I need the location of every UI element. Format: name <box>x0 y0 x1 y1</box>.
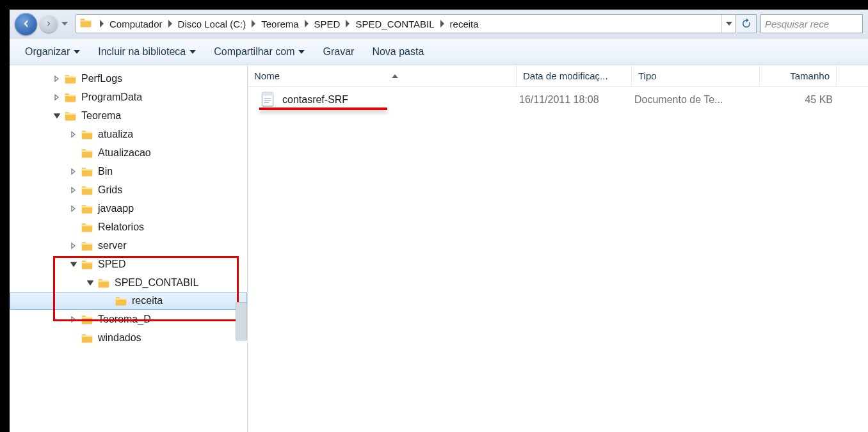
file-row[interactable]: contasref-SRF 16/11/2011 18:08 Documento… <box>248 87 868 113</box>
search-input[interactable]: Pesquisar rece <box>760 14 863 33</box>
explorer-body: PerfLogsProgramDataTeoremaatualizaAtuali… <box>10 65 868 432</box>
breadcrumb[interactable]: Disco Local (C:) <box>175 15 249 33</box>
tree-item[interactable]: Atualizacao <box>10 143 247 162</box>
chevron-right-icon[interactable] <box>342 20 353 28</box>
new-folder-button[interactable]: Nova pasta <box>363 42 433 61</box>
tree-item-label: Relatorios <box>98 221 144 233</box>
tree-item-label: server <box>98 240 126 252</box>
breadcrumb-label: Disco Local (C:) <box>175 19 249 29</box>
file-size: 45 KB <box>805 94 833 105</box>
include-library-button[interactable]: Incluir na biblioteca <box>89 42 205 61</box>
tree-item[interactable]: server <box>10 236 247 255</box>
breadcrumb-label: SPED <box>312 19 343 29</box>
column-headers: Nome Data de modificaç... Tipo Tamanho <box>248 65 868 87</box>
folder-icon <box>80 221 94 234</box>
nav-row: Computador Disco Local (C:) Teorema SPED… <box>10 10 868 38</box>
tree-scrollbar[interactable] <box>236 302 247 340</box>
tree-item[interactable]: Grids <box>10 180 247 199</box>
tree-item[interactable]: ProgramData <box>10 88 247 106</box>
expand-icon[interactable] <box>52 74 62 84</box>
expand-icon[interactable] <box>68 185 79 195</box>
expand-icon[interactable] <box>52 92 62 102</box>
breadcrumb-label: SPED_CONTABIL <box>353 19 437 29</box>
folder-icon <box>80 239 94 252</box>
folder-icon <box>114 294 128 307</box>
folder-icon <box>63 109 77 122</box>
refresh-button[interactable] <box>736 14 757 33</box>
tree-item-label: Atualizacao <box>98 147 151 159</box>
expand-icon[interactable] <box>68 166 79 177</box>
folder-icon <box>79 16 94 31</box>
folder-icon <box>80 184 94 196</box>
folder-icon <box>80 128 94 141</box>
column-size[interactable]: Tamanho <box>760 65 837 86</box>
chevron-right-icon[interactable] <box>248 20 259 28</box>
tree-item-label: atualiza <box>98 129 133 140</box>
sort-ascending-icon <box>392 74 398 78</box>
address-dropdown[interactable] <box>721 15 735 33</box>
folder-icon <box>63 91 77 104</box>
expand-icon[interactable] <box>68 314 79 324</box>
file-name: contasref-SRF <box>282 94 348 105</box>
text-file-icon <box>259 91 277 109</box>
tree-item[interactable]: Bin <box>10 162 247 180</box>
tree-item[interactable]: Teorema_D <box>10 310 247 328</box>
chevron-down-icon <box>74 50 80 54</box>
tree-item[interactable]: SPED <box>10 255 247 273</box>
expand-icon[interactable] <box>68 241 79 251</box>
tree-item[interactable]: atualiza <box>10 125 247 143</box>
svg-rect-1 <box>262 92 273 95</box>
breadcrumb[interactable]: SPED_CONTABIL <box>353 15 437 33</box>
tree-item[interactable]: windados <box>10 328 247 347</box>
folder-icon <box>80 202 94 215</box>
address-bar[interactable]: Computador Disco Local (C:) Teorema SPED… <box>76 14 736 33</box>
tree-item-label: Bin <box>98 166 113 177</box>
tree-item-label: windados <box>98 332 141 344</box>
chevron-right-icon[interactable] <box>165 20 175 28</box>
tree-item-label: SPED_CONTABIL <box>115 277 198 289</box>
toolbar: Organizar Incluir na biblioteca Comparti… <box>10 38 868 65</box>
organize-button[interactable]: Organizar <box>16 42 89 61</box>
collapse-icon[interactable] <box>85 278 95 288</box>
breadcrumb-label: receita <box>447 19 481 29</box>
breadcrumb-label: Computador <box>107 19 165 29</box>
chevron-right-icon[interactable] <box>301 20 312 28</box>
collapse-icon[interactable] <box>68 259 79 269</box>
chevron-down-icon <box>298 50 305 54</box>
tree-item[interactable]: SPED_CONTABIL <box>10 273 247 292</box>
tree-item-label: Teorema <box>81 110 121 122</box>
annotation-underline <box>259 108 387 110</box>
tree-item[interactable]: Teorema <box>10 106 247 125</box>
expand-icon[interactable] <box>68 129 79 140</box>
folder-tree[interactable]: PerfLogsProgramDataTeoremaatualizaAtuali… <box>10 65 248 432</box>
share-button[interactable]: Compartilhar com <box>205 42 314 61</box>
tree-item[interactable]: receita <box>10 292 247 310</box>
breadcrumb[interactable]: receita <box>447 15 481 33</box>
column-type[interactable]: Tipo <box>632 65 760 86</box>
column-date[interactable]: Data de modificaç... <box>517 65 632 86</box>
burn-button[interactable]: Gravar <box>314 42 363 61</box>
chevron-right-icon[interactable] <box>437 20 447 28</box>
chevron-right-icon[interactable] <box>97 20 107 28</box>
tree-item[interactable]: PerfLogs <box>10 69 247 88</box>
folder-icon <box>80 147 94 159</box>
folder-icon <box>80 332 94 344</box>
tree-item-label: Grids <box>98 184 122 196</box>
collapse-icon[interactable] <box>52 111 62 121</box>
tree-item[interactable]: Relatorios <box>10 218 247 236</box>
forward-button[interactable] <box>40 15 58 33</box>
explorer-window: Computador Disco Local (C:) Teorema SPED… <box>10 10 868 432</box>
tree-item[interactable]: javaapp <box>10 199 247 218</box>
breadcrumb[interactable]: SPED <box>312 15 343 33</box>
search-placeholder: Pesquisar rece <box>765 19 829 29</box>
back-button[interactable] <box>15 13 37 35</box>
folder-icon <box>80 313 94 326</box>
file-type: Documento de Te... <box>634 94 723 105</box>
file-date: 16/11/2011 18:08 <box>519 94 599 105</box>
breadcrumb[interactable]: Teorema <box>259 15 301 33</box>
expand-icon[interactable] <box>68 204 79 214</box>
column-name[interactable]: Nome <box>248 65 517 86</box>
breadcrumb[interactable]: Computador <box>107 15 165 33</box>
nav-history-dropdown[interactable] <box>60 14 69 33</box>
folder-icon <box>63 72 77 85</box>
